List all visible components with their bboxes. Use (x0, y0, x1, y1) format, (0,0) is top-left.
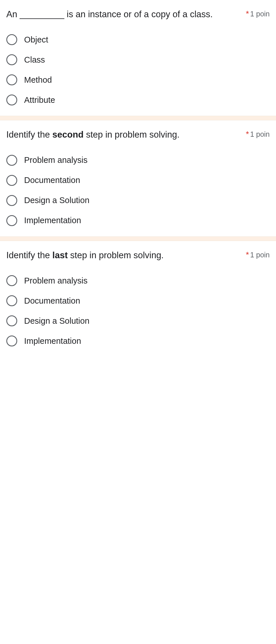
prompt-text: An _________ is an instance or of a copy… (6, 9, 213, 19)
radio-icon (6, 275, 17, 286)
question-prompt: An _________ is an instance or of a copy… (6, 8, 242, 20)
card-separator (0, 236, 276, 241)
option-label: Method (24, 75, 52, 85)
question-card: Identify the second step in problem solv… (0, 120, 276, 236)
question-prompt: Identify the second step in problem solv… (6, 128, 242, 141)
points-label: 1 poin (250, 130, 270, 138)
option-label: Class (24, 55, 45, 65)
prompt-text: Identify the (6, 130, 52, 140)
question-header: Identify the second step in problem solv… (6, 128, 270, 141)
prompt-bold: last (52, 250, 67, 260)
radio-option[interactable]: Method (6, 74, 270, 85)
radio-icon (6, 34, 17, 45)
radio-option[interactable]: Documentation (6, 295, 270, 306)
radio-option[interactable]: Documentation (6, 175, 270, 186)
option-label: Problem analysis (24, 276, 88, 286)
required-star: * (246, 130, 249, 138)
radio-option[interactable]: Design a Solution (6, 315, 270, 326)
radio-option[interactable]: Attribute (6, 95, 270, 105)
options-group: Problem analysis Documentation Design a … (6, 275, 270, 346)
radio-option[interactable]: Problem analysis (6, 275, 270, 286)
option-label: Implementation (24, 216, 81, 225)
radio-icon (6, 336, 17, 346)
radio-icon (6, 155, 17, 166)
radio-icon (6, 215, 17, 226)
radio-icon (6, 175, 17, 186)
required-star: * (246, 9, 249, 18)
options-group: Problem analysis Documentation Design a … (6, 155, 270, 226)
prompt-text: Identify the (6, 250, 52, 260)
radio-icon (6, 295, 17, 306)
option-label: Documentation (24, 176, 80, 185)
option-label: Attribute (24, 95, 55, 105)
points-area: *1 poin (246, 8, 270, 18)
points-area: *1 poin (246, 249, 270, 259)
option-label: Implementation (24, 336, 81, 346)
radio-option[interactable]: Design a Solution (6, 195, 270, 206)
radio-icon (6, 95, 17, 105)
question-card: Identify the last step in problem solvin… (0, 241, 276, 357)
radio-icon (6, 54, 17, 65)
question-card: An _________ is an instance or of a copy… (0, 0, 276, 116)
radio-icon (6, 195, 17, 206)
required-star: * (246, 250, 249, 259)
question-header: An _________ is an instance or of a copy… (6, 8, 270, 20)
radio-option[interactable]: Problem analysis (6, 155, 270, 166)
prompt-text: step in problem solving. (68, 250, 164, 260)
prompt-text: step in problem solving. (84, 130, 180, 140)
options-group: Object Class Method Attribute (6, 34, 270, 105)
prompt-bold: second (52, 130, 84, 140)
points-label: 1 poin (250, 251, 270, 259)
radio-icon (6, 74, 17, 85)
radio-option[interactable]: Implementation (6, 215, 270, 226)
option-label: Object (24, 35, 48, 45)
radio-icon (6, 315, 17, 326)
radio-option[interactable]: Class (6, 54, 270, 65)
option-label: Design a Solution (24, 316, 89, 326)
question-header: Identify the last step in problem solvin… (6, 249, 270, 261)
option-label: Problem analysis (24, 155, 88, 165)
points-label: 1 poin (250, 10, 270, 18)
radio-option[interactable]: Object (6, 34, 270, 45)
radio-option[interactable]: Implementation (6, 336, 270, 346)
option-label: Documentation (24, 296, 80, 306)
option-label: Design a Solution (24, 196, 89, 205)
question-prompt: Identify the last step in problem solvin… (6, 249, 242, 261)
points-area: *1 poin (246, 128, 270, 139)
card-separator (0, 116, 276, 120)
